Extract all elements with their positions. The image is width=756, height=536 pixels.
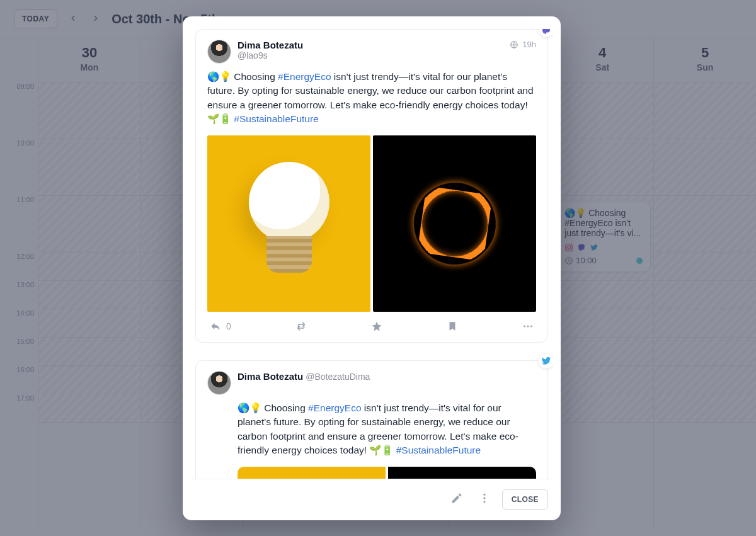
svg-point-8 [530,325,532,327]
author-handle[interactable]: @lao9s [238,50,303,60]
modal-scroll-area[interactable]: Dima Botezatu @lao9s 19h 🌎💡 Choosing #En… [190,29,553,479]
author-name[interactable]: Dima Botezatu [238,40,303,50]
post-media-row [207,135,536,312]
svg-point-6 [524,325,525,327]
timestamp-value: 19h [522,40,536,49]
svg-point-11 [483,501,485,503]
edit-icon [450,492,463,505]
bookmark-button[interactable] [447,321,458,332]
retweet-icon [295,321,307,332]
post-actions: 0 [207,321,536,332]
close-button[interactable]: CLOSE [502,489,548,510]
avatar[interactable] [207,371,231,395]
edit-button[interactable] [447,488,467,510]
post-text: 🌎💡 Choosing [238,402,308,413]
reply-button[interactable]: 0 [210,321,231,332]
bookmark-icon [447,321,458,332]
svg-point-10 [483,497,485,499]
avatar[interactable] [207,40,231,64]
twitter-icon [541,355,552,367]
hashtag-link[interactable]: #EnergyEco [308,402,361,413]
svg-point-9 [483,494,485,496]
svg-point-7 [527,325,529,327]
post-media-row [238,467,536,479]
post-image-firering[interactable] [373,135,536,312]
post-image-bulb[interactable] [238,467,386,479]
ellipsis-icon [522,321,534,332]
ellipsis-vertical-icon [478,492,491,505]
more-button[interactable] [522,321,534,332]
post-image-bulb[interactable] [207,135,370,312]
post-timestamp: 19h [510,40,536,49]
mastodon-icon [541,29,552,35]
author-name[interactable]: Dima Botezatu [238,371,303,382]
post-card-mastodon: Dima Botezatu @lao9s 19h 🌎💡 Choosing #En… [195,29,548,343]
lightbulb-icon [245,161,333,287]
post-body: 🌎💡 Choosing #EnergyEco isn't just trendy… [238,401,536,458]
boost-button[interactable] [295,321,307,332]
post-body: 🌎💡 Choosing #EnergyEco isn't just trendy… [207,70,536,127]
favourite-button[interactable] [371,321,382,332]
fire-ring-icon [408,177,501,270]
reply-icon [210,321,221,332]
modal-footer: CLOSE [190,479,553,513]
hashtag-link[interactable]: #SustainableFuture [234,113,318,124]
post-text: 🌎💡 Choosing [207,71,278,82]
network-badge-twitter [539,353,553,368]
hashtag-link[interactable]: #EnergyEco [278,71,331,82]
reply-count: 0 [226,321,231,331]
star-icon [371,321,382,332]
author-handle[interactable]: @BotezatuDima [306,372,370,382]
post-header: Dima Botezatu@BotezatuDima [207,371,536,395]
post-image-firering[interactable] [388,467,536,479]
globe-icon [510,40,518,49]
network-badge-mastodon [539,29,553,37]
post-preview-modal: Dima Botezatu @lao9s 19h 🌎💡 Choosing #En… [183,16,561,520]
post-card-twitter: Dima Botezatu@BotezatuDima 🌎💡 Choosing #… [195,360,548,479]
post-header: Dima Botezatu @lao9s 19h [207,40,536,64]
hashtag-link[interactable]: #SustainableFuture [396,445,481,455]
more-options-button[interactable] [474,488,495,510]
